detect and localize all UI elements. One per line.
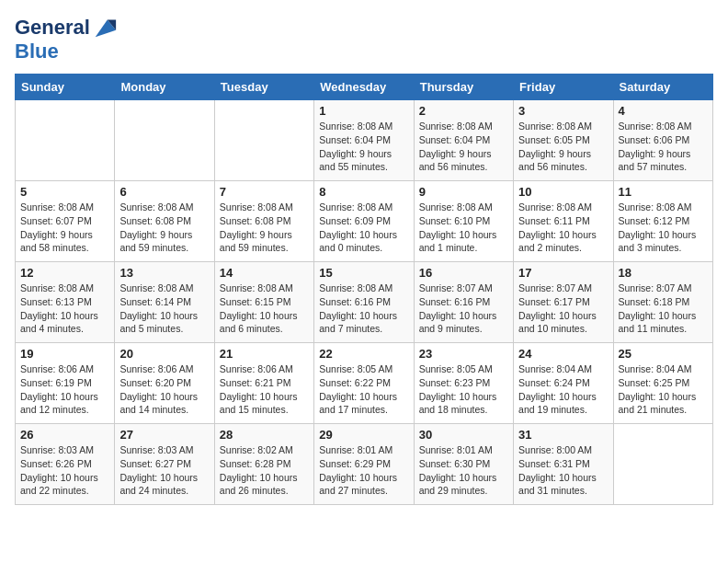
- day-number: 21: [220, 347, 309, 361]
- day-info: Sunrise: 8:08 AM Sunset: 6:10 PM Dayligh…: [419, 201, 508, 255]
- day-info: Sunrise: 8:08 AM Sunset: 6:15 PM Dayligh…: [220, 282, 309, 336]
- day-info: Sunrise: 8:08 AM Sunset: 6:11 PM Dayligh…: [518, 201, 608, 255]
- day-info: Sunrise: 8:08 AM Sunset: 6:06 PM Dayligh…: [619, 120, 708, 174]
- day-number: 13: [119, 266, 209, 280]
- calendar-cell: 20Sunrise: 8:06 AM Sunset: 6:20 PM Dayli…: [115, 343, 214, 424]
- calendar-cell: 31Sunrise: 8:00 AM Sunset: 6:31 PM Dayli…: [514, 424, 613, 505]
- calendar-cell: 14Sunrise: 8:08 AM Sunset: 6:15 PM Dayli…: [214, 262, 313, 343]
- calendar-cell: 22Sunrise: 8:05 AM Sunset: 6:22 PM Dayli…: [314, 343, 414, 424]
- calendar-cell: 24Sunrise: 8:04 AM Sunset: 6:24 PM Dayli…: [514, 343, 613, 424]
- calendar-cell: 21Sunrise: 8:06 AM Sunset: 6:21 PM Dayli…: [214, 343, 313, 424]
- calendar-cell: 10Sunrise: 8:08 AM Sunset: 6:11 PM Dayli…: [514, 181, 613, 262]
- calendar-cell: 13Sunrise: 8:08 AM Sunset: 6:14 PM Dayli…: [115, 262, 214, 343]
- day-info: Sunrise: 8:02 AM Sunset: 6:28 PM Dayligh…: [220, 443, 309, 498]
- logo-icon: [92, 15, 118, 40]
- day-header-wednesday: Wednesday: [314, 75, 414, 100]
- week-row-2: 5Sunrise: 8:08 AM Sunset: 6:07 PM Daylig…: [16, 181, 713, 262]
- day-info: Sunrise: 8:08 AM Sunset: 6:13 PM Dayligh…: [20, 282, 109, 336]
- day-info: Sunrise: 8:08 AM Sunset: 6:14 PM Dayligh…: [119, 282, 209, 336]
- calendar-cell: 19Sunrise: 8:06 AM Sunset: 6:19 PM Dayli…: [16, 343, 115, 424]
- logo: General Blue: [15, 15, 118, 63]
- logo-text: General: [15, 17, 90, 39]
- page-header: General Blue: [15, 15, 713, 63]
- day-number: 16: [419, 266, 508, 280]
- day-info: Sunrise: 8:03 AM Sunset: 6:27 PM Dayligh…: [119, 443, 209, 498]
- day-info: Sunrise: 8:07 AM Sunset: 6:16 PM Dayligh…: [419, 282, 508, 336]
- day-header-sunday: Sunday: [16, 75, 115, 100]
- calendar-cell: 23Sunrise: 8:05 AM Sunset: 6:23 PM Dayli…: [414, 343, 513, 424]
- calendar-cell: 11Sunrise: 8:08 AM Sunset: 6:12 PM Dayli…: [613, 181, 712, 262]
- logo-blue: Blue: [15, 40, 59, 63]
- calendar-cell: 8Sunrise: 8:08 AM Sunset: 6:09 PM Daylig…: [314, 181, 414, 262]
- day-info: Sunrise: 8:08 AM Sunset: 6:16 PM Dayligh…: [319, 282, 408, 336]
- week-row-5: 26Sunrise: 8:03 AM Sunset: 6:26 PM Dayli…: [16, 424, 713, 505]
- day-info: Sunrise: 8:08 AM Sunset: 6:08 PM Dayligh…: [220, 201, 309, 255]
- day-number: 3: [518, 104, 608, 118]
- day-info: Sunrise: 8:08 AM Sunset: 6:08 PM Dayligh…: [119, 201, 209, 255]
- day-number: 11: [619, 185, 708, 199]
- day-header-monday: Monday: [115, 75, 214, 100]
- calendar-cell: 2Sunrise: 8:08 AM Sunset: 6:04 PM Daylig…: [414, 100, 513, 181]
- day-info: Sunrise: 8:00 AM Sunset: 6:31 PM Dayligh…: [518, 443, 608, 498]
- day-info: Sunrise: 8:03 AM Sunset: 6:26 PM Dayligh…: [20, 443, 109, 498]
- day-number: 26: [20, 428, 109, 442]
- day-number: 19: [20, 347, 109, 361]
- day-header-tuesday: Tuesday: [214, 75, 313, 100]
- day-info: Sunrise: 8:07 AM Sunset: 6:17 PM Dayligh…: [518, 282, 608, 336]
- calendar-cell: 6Sunrise: 8:08 AM Sunset: 6:08 PM Daylig…: [115, 181, 214, 262]
- day-number: 22: [319, 347, 408, 361]
- calendar-cell: 18Sunrise: 8:07 AM Sunset: 6:18 PM Dayli…: [613, 262, 712, 343]
- day-number: 10: [518, 185, 608, 199]
- day-number: 17: [518, 266, 608, 280]
- day-number: 24: [518, 347, 608, 361]
- calendar-cell: 28Sunrise: 8:02 AM Sunset: 6:28 PM Dayli…: [214, 424, 313, 505]
- day-number: 1: [319, 104, 408, 118]
- days-header-row: SundayMondayTuesdayWednesdayThursdayFrid…: [16, 75, 713, 100]
- day-info: Sunrise: 8:08 AM Sunset: 6:07 PM Dayligh…: [20, 201, 109, 255]
- day-number: 15: [319, 266, 408, 280]
- day-number: 30: [419, 428, 508, 442]
- calendar-table: SundayMondayTuesdayWednesdayThursdayFrid…: [15, 74, 713, 505]
- day-info: Sunrise: 8:01 AM Sunset: 6:29 PM Dayligh…: [319, 443, 408, 498]
- day-info: Sunrise: 8:05 AM Sunset: 6:22 PM Dayligh…: [319, 362, 408, 417]
- day-number: 9: [419, 185, 508, 199]
- calendar-cell: 16Sunrise: 8:07 AM Sunset: 6:16 PM Dayli…: [414, 262, 513, 343]
- calendar-cell: 27Sunrise: 8:03 AM Sunset: 6:27 PM Dayli…: [115, 424, 214, 505]
- day-number: 23: [419, 347, 508, 361]
- day-info: Sunrise: 8:05 AM Sunset: 6:23 PM Dayligh…: [419, 362, 508, 417]
- week-row-1: 1Sunrise: 8:08 AM Sunset: 6:04 PM Daylig…: [16, 100, 713, 181]
- day-number: 8: [319, 185, 408, 199]
- calendar-cell: 5Sunrise: 8:08 AM Sunset: 6:07 PM Daylig…: [16, 181, 115, 262]
- calendar-cell: 29Sunrise: 8:01 AM Sunset: 6:29 PM Dayli…: [314, 424, 414, 505]
- day-number: 27: [119, 428, 209, 442]
- day-info: Sunrise: 8:01 AM Sunset: 6:30 PM Dayligh…: [419, 443, 508, 498]
- day-info: Sunrise: 8:04 AM Sunset: 6:24 PM Dayligh…: [518, 362, 608, 417]
- day-info: Sunrise: 8:04 AM Sunset: 6:25 PM Dayligh…: [619, 362, 708, 417]
- day-info: Sunrise: 8:06 AM Sunset: 6:19 PM Dayligh…: [20, 362, 109, 417]
- day-header-thursday: Thursday: [414, 75, 513, 100]
- day-info: Sunrise: 8:08 AM Sunset: 6:04 PM Dayligh…: [319, 120, 408, 174]
- day-info: Sunrise: 8:08 AM Sunset: 6:09 PM Dayligh…: [319, 201, 408, 255]
- calendar-cell: [214, 100, 313, 181]
- day-number: 14: [220, 266, 309, 280]
- day-number: 5: [20, 185, 109, 199]
- day-number: 7: [220, 185, 309, 199]
- day-number: 12: [20, 266, 109, 280]
- day-number: 29: [319, 428, 408, 442]
- day-number: 6: [119, 185, 209, 199]
- calendar-cell: [115, 100, 214, 181]
- day-number: 20: [119, 347, 209, 361]
- calendar-cell: 17Sunrise: 8:07 AM Sunset: 6:17 PM Dayli…: [514, 262, 613, 343]
- day-header-friday: Friday: [514, 75, 613, 100]
- calendar-cell: 4Sunrise: 8:08 AM Sunset: 6:06 PM Daylig…: [613, 100, 712, 181]
- calendar-cell: 9Sunrise: 8:08 AM Sunset: 6:10 PM Daylig…: [414, 181, 513, 262]
- day-info: Sunrise: 8:08 AM Sunset: 6:05 PM Dayligh…: [518, 120, 608, 174]
- calendar-cell: [16, 100, 115, 181]
- day-info: Sunrise: 8:08 AM Sunset: 6:04 PM Dayligh…: [419, 120, 508, 174]
- calendar-cell: 7Sunrise: 8:08 AM Sunset: 6:08 PM Daylig…: [214, 181, 313, 262]
- day-number: 18: [619, 266, 708, 280]
- day-number: 28: [220, 428, 309, 442]
- calendar-cell: 26Sunrise: 8:03 AM Sunset: 6:26 PM Dayli…: [16, 424, 115, 505]
- day-info: Sunrise: 8:07 AM Sunset: 6:18 PM Dayligh…: [619, 282, 708, 336]
- calendar-cell: 15Sunrise: 8:08 AM Sunset: 6:16 PM Dayli…: [314, 262, 414, 343]
